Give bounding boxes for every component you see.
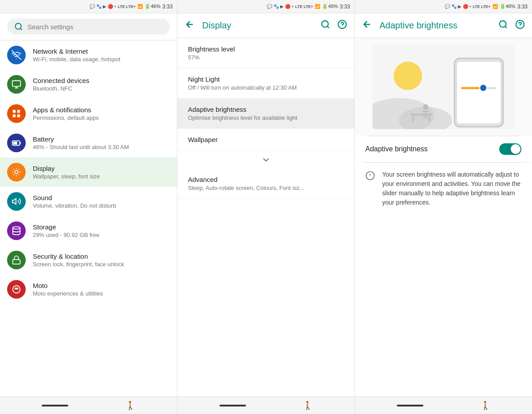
- display-subtitle: Wallpaper, sleep, font size: [33, 173, 170, 180]
- settings-item-connected[interactable]: Connected devices Bluetooth, NFC: [0, 70, 177, 99]
- search-input[interactable]: [27, 23, 163, 31]
- nav-pill-3[interactable]: [397, 405, 423, 406]
- svg-line-1: [20, 28, 22, 30]
- toggle-row: Adaptive brightness: [355, 136, 532, 162]
- sound-title: Sound: [33, 194, 170, 201]
- advanced-subtitle: Sleep, Auto-rotate screen, Colours, Font…: [188, 185, 344, 191]
- apps-text: Apps & notifications Permissions, defaul…: [33, 106, 170, 121]
- storage-icon: [7, 221, 26, 240]
- info-text: Your screen brightness will automaticall…: [382, 170, 521, 207]
- svg-point-14: [322, 20, 329, 27]
- display-item-nightlight[interactable]: Night Light Off / Will turn on automatic…: [177, 68, 354, 99]
- sound-text: Sound Volume, vibration, Do not disturb: [33, 194, 170, 209]
- status-bar-panel-2: 💬 🐾 ▶ 🔴 • LTE LTE+ 📶 🔋46% 3:33: [177, 0, 355, 13]
- settings-item-moto[interactable]: Moto Moto experiences & utilities: [0, 275, 177, 304]
- status-bar-panel-1: 💬 🐾 ▶ 🔴 • LTE LTE+ 📶 🔋46% 3:33: [0, 0, 177, 13]
- network-text: Network & Internet Wi-Fi, mobile, data u…: [33, 47, 170, 63]
- settings-item-network[interactable]: Network & Internet Wi-Fi, mobile, data u…: [0, 40, 177, 70]
- display-text: Display Wallpaper, sleep, font size: [33, 165, 170, 180]
- battery-icon: [7, 134, 26, 152]
- dot-icon-2: •: [292, 4, 293, 9]
- security-text: Security & location Screen lock, fingerp…: [33, 252, 170, 268]
- bottom-navigation: 🚶 🚶 🚶: [0, 396, 532, 414]
- back-arrow-icon-display[interactable]: [184, 19, 195, 32]
- nav-person-icon-1[interactable]: 🚶: [125, 401, 135, 410]
- brightness-subtitle: 57%: [188, 54, 344, 61]
- battery-title: Battery: [33, 135, 170, 143]
- time-2: 3:33: [340, 4, 350, 10]
- help-icon-adaptive[interactable]: [515, 20, 525, 32]
- storage-subtitle: 29% used - 90.92 GB free: [33, 232, 170, 238]
- moto-icon: [7, 280, 26, 299]
- svg-point-0: [16, 24, 21, 29]
- settings-item-security[interactable]: Security & location Screen lock, fingerp…: [0, 245, 177, 275]
- search-icon-display[interactable]: [321, 20, 330, 32]
- svg-point-11: [13, 227, 20, 229]
- display-icon: [7, 163, 26, 181]
- music-icon: 🔴: [108, 4, 113, 9]
- search-input-wrap[interactable]: [7, 19, 170, 35]
- moto-subtitle: Moto experiences & utilities: [33, 290, 170, 297]
- display-item-advanced[interactable]: Advanced Sleep, Auto-rotate screen, Colo…: [177, 169, 354, 199]
- toggle-label: Adaptive brightness: [365, 145, 492, 153]
- display-panel-title: Display: [202, 20, 313, 31]
- status-icons-3: 💬 🐾 ▶ 🔴 •: [445, 4, 471, 9]
- adaptive-panel-title: Adaptive brightness: [379, 20, 491, 31]
- svg-marker-10: [12, 199, 16, 205]
- svg-rect-38: [412, 115, 414, 122]
- connected-subtitle: Bluetooth, NFC: [33, 85, 170, 92]
- adaptive-header: Adaptive brightness: [355, 13, 532, 38]
- signal-icon-2: 📶: [315, 4, 320, 9]
- help-icon-display[interactable]: [337, 20, 347, 32]
- nav-person-icon-2[interactable]: 🚶: [303, 401, 313, 410]
- moto-title: Moto: [33, 282, 170, 289]
- nav-person-icon-3[interactable]: 🚶: [481, 401, 490, 410]
- nav-pill-1[interactable]: [42, 405, 68, 406]
- music-icon-3: 🔴: [463, 4, 468, 9]
- display-panel: Display Brightness level 57% Night Light…: [177, 13, 355, 396]
- illustration-svg: [372, 45, 514, 129]
- signal-icon-3: 📶: [493, 4, 498, 9]
- svg-rect-6: [17, 114, 20, 117]
- svg-point-23: [394, 62, 422, 90]
- settings-item-sound[interactable]: Sound Volume, vibration, Do not disturb: [0, 187, 177, 216]
- apps-title: Apps & notifications: [33, 106, 170, 114]
- youtube-icon: ▶: [103, 4, 106, 9]
- network-title: Network & Internet: [33, 47, 170, 55]
- settings-item-battery[interactable]: Battery 46% - Should last until about 3:…: [0, 128, 177, 158]
- storage-title: Storage: [33, 223, 170, 231]
- search-bar: [0, 13, 177, 40]
- svg-point-18: [500, 20, 506, 27]
- connected-text: Connected devices Bluetooth, NFC: [33, 77, 170, 92]
- signal-icon-1: 📶: [137, 4, 143, 9]
- display-item-brightness[interactable]: Brightness level 57%: [177, 38, 354, 68]
- moto-text: Moto Moto experiences & utilities: [33, 282, 170, 297]
- search-icon-adaptive[interactable]: [498, 20, 508, 32]
- status-bar: 💬 🐾 ▶ 🔴 • LTE LTE+ 📶 🔋46% 3:33 💬 🐾 ▶ 🔴 •…: [0, 0, 532, 13]
- network-subtitle: Wi-Fi, mobile, data usage, hotspot: [33, 56, 170, 63]
- security-icon: [7, 251, 26, 269]
- browser-icon-3: 🐾: [451, 4, 457, 9]
- main-content: Network & Internet Wi-Fi, mobile, data u…: [0, 13, 532, 396]
- lte-icon-3: LTE LTE+: [473, 4, 490, 9]
- svg-line-15: [327, 26, 329, 28]
- settings-item-display[interactable]: Display Wallpaper, sleep, font size: [0, 158, 177, 187]
- status-icons-2: 💬 🐾 ▶ 🔴 •: [267, 4, 293, 9]
- back-arrow-icon-adaptive[interactable]: [362, 19, 372, 32]
- svg-rect-39: [429, 115, 430, 122]
- display-item-wallpaper[interactable]: Wallpaper: [177, 129, 354, 151]
- adaptive-brightness-toggle[interactable]: [499, 143, 521, 155]
- nightlight-subtitle: Off / Will turn on automatically at 12:3…: [188, 84, 344, 91]
- info-row: Your screen brightness will automaticall…: [355, 163, 532, 214]
- browser-icon: 🐾: [96, 4, 102, 9]
- nav-pill-2[interactable]: [219, 405, 246, 406]
- svg-point-30: [480, 84, 487, 91]
- settings-item-apps[interactable]: Apps & notifications Permissions, defaul…: [0, 99, 177, 128]
- security-title: Security & location: [33, 252, 170, 260]
- expand-chevron[interactable]: [177, 151, 354, 169]
- dot-icon-3: •: [469, 4, 471, 9]
- display-item-adaptive[interactable]: Adaptive brightness Optimise brightness …: [177, 99, 354, 129]
- bottom-nav-panel-2: 🚶: [177, 396, 355, 414]
- settings-item-storage[interactable]: Storage 29% used - 90.92 GB free: [0, 216, 177, 245]
- storage-text: Storage 29% used - 90.92 GB free: [33, 223, 170, 238]
